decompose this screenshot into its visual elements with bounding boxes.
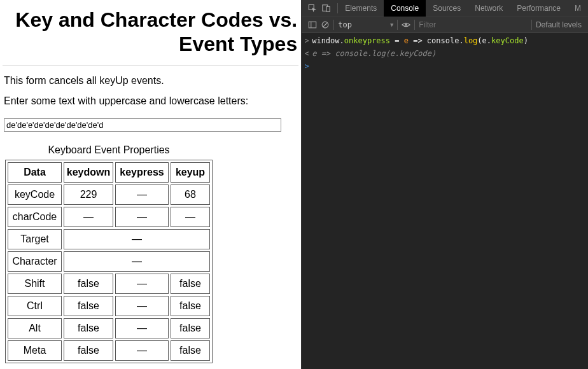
cell: — — [115, 296, 169, 316]
keyboard-events-table: Keyboard Event Properties Data keydown k… — [5, 142, 213, 363]
svg-line-6 — [323, 22, 328, 27]
console-toolbar: top ▼ Default levels — [302, 17, 588, 33]
console-line: > — [302, 60, 588, 73]
devtools-tab-network[interactable]: Network — [468, 0, 510, 17]
log-levels-selector[interactable]: Default levels — [536, 20, 582, 29]
cell: false — [171, 318, 210, 338]
devtools-tab-m[interactable]: M — [568, 0, 588, 17]
divider — [3, 66, 298, 66]
context-label: top — [338, 20, 352, 29]
table-row: keyCode229—68 — [8, 184, 210, 205]
console-filter-input[interactable] — [419, 20, 528, 29]
row-label: Meta — [8, 340, 62, 361]
devtools-tab-console[interactable]: Console — [384, 0, 426, 17]
cell: false — [171, 340, 210, 361]
text-input[interactable] — [4, 118, 281, 132]
devtools-tabbar: ElementsConsoleSourcesNetworkPerformance… — [302, 0, 588, 17]
table-row: Shiftfalse—false — [8, 274, 210, 294]
console-line-content: window.onkeypress = e => console.log(e.k… — [312, 36, 528, 46]
cell: false — [64, 296, 113, 316]
devtools-panel: ElementsConsoleSourcesNetworkPerformance… — [301, 0, 588, 369]
row-label: Character — [8, 251, 62, 272]
console-gutter-icon: > — [302, 36, 312, 46]
row-label: Ctrl — [8, 296, 62, 316]
cell: 68 — [171, 184, 210, 205]
table-header: keypress — [115, 162, 169, 183]
devtools-tab-performance[interactable]: Performance — [510, 0, 568, 17]
table-row: Altfalse—false — [8, 318, 210, 338]
console-sidebar-toggle-icon[interactable] — [308, 20, 317, 29]
cell: 229 — [64, 184, 113, 205]
cell: false — [64, 340, 113, 361]
cell: — — [115, 340, 169, 361]
cell: false — [171, 274, 210, 294]
clear-console-icon[interactable] — [321, 20, 330, 29]
table-row: Ctrlfalse—false — [8, 296, 210, 316]
console-line: >window.onkeypress = e => console.log(e.… — [302, 34, 588, 47]
console-line-content: e => console.log(e.keyCode) — [312, 48, 436, 59]
console-gutter-icon: > — [302, 61, 312, 71]
inspect-element-icon[interactable] — [308, 4, 317, 13]
row-label: Alt — [8, 318, 62, 338]
cell: — — [171, 207, 210, 227]
console-line: <e => console.log(e.keyCode) — [302, 47, 588, 60]
table-row: charCode——— — [8, 207, 210, 227]
cell: — — [64, 229, 210, 249]
cell: — — [115, 318, 169, 338]
devtools-tab-sources[interactable]: Sources — [426, 0, 468, 17]
table-row: Character— — [8, 251, 210, 272]
table-caption: Keyboard Event Properties — [5, 142, 213, 160]
page-title: Key and Character Codes vs. Event Types — [3, 8, 298, 57]
row-label: charCode — [8, 207, 62, 227]
chevron-down-icon: ▼ — [390, 22, 393, 28]
intro-paragraph-1: This form cancels all keyUp events. — [4, 75, 298, 87]
cell: — — [115, 207, 169, 227]
row-label: keyCode — [8, 184, 62, 205]
live-expression-icon[interactable] — [402, 20, 410, 29]
row-label: Shift — [8, 274, 62, 294]
console-gutter-icon: < — [302, 48, 312, 59]
table-row: Metafalse—false — [8, 340, 210, 361]
row-label: Target — [8, 229, 62, 249]
intro-paragraph-2: Enter some text with uppercase and lower… — [4, 95, 298, 107]
table-header: Data — [8, 162, 62, 183]
device-toggle-icon[interactable] — [322, 4, 331, 13]
table-row: Target— — [8, 229, 210, 249]
table-header: keyup — [171, 162, 210, 183]
cell: — — [64, 251, 210, 272]
devtools-tab-elements[interactable]: Elements — [338, 0, 384, 17]
cell: false — [64, 274, 113, 294]
table-header-row: Data keydown keypress keyup — [8, 162, 210, 183]
cell: false — [171, 296, 210, 316]
cell: false — [64, 318, 113, 338]
cell: — — [64, 207, 113, 227]
cell: — — [115, 274, 169, 294]
table-header: keydown — [64, 162, 113, 183]
console-output[interactable]: >window.onkeypress = e => console.log(e.… — [302, 33, 588, 369]
context-selector[interactable]: top ▼ — [338, 20, 393, 29]
svg-point-7 — [405, 24, 408, 26]
svg-rect-3 — [309, 22, 316, 28]
cell: — — [115, 184, 169, 205]
svg-rect-2 — [326, 6, 330, 11]
page-content: Key and Character Codes vs. Event Types … — [0, 0, 301, 369]
